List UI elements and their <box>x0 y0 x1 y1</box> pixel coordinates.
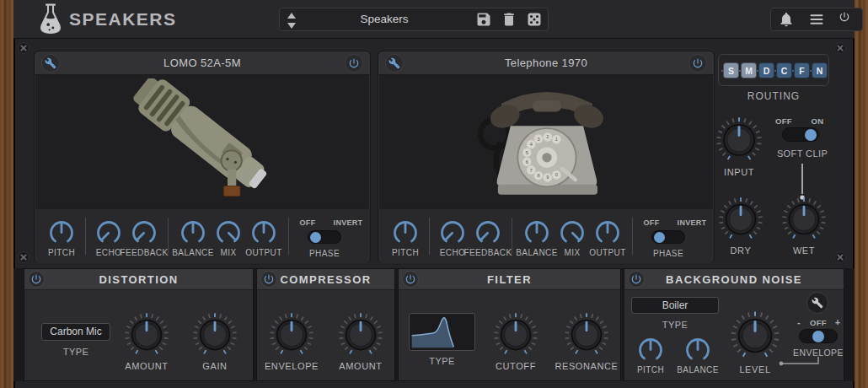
routing-button-f[interactable]: F <box>794 62 810 78</box>
noise-pitch-knob[interactable] <box>637 337 664 364</box>
telephone-image: 1 2 3 4 5 6 7 8 9 0 <box>379 75 713 208</box>
compressor-envelope-knob[interactable] <box>268 311 315 358</box>
soft-clip-toggle[interactable] <box>782 127 819 142</box>
speakers-plugin-window: SPEAKERS Speakers <box>0 0 868 388</box>
pitch-label: PITCH <box>392 248 419 257</box>
filter-section: FILTER TYPE CUTOFF <box>398 268 621 381</box>
bypass-power-button[interactable] <box>839 11 855 28</box>
svg-text:9: 9 <box>546 175 549 180</box>
distortion-type-select[interactable]: Carbon Mic <box>41 323 110 341</box>
distortion-gain-knob[interactable] <box>191 311 238 358</box>
output-knob[interactable] <box>594 219 621 246</box>
wet-knob[interactable] <box>780 196 828 243</box>
noise-balance-knob[interactable] <box>684 337 711 364</box>
envelope-knob-group: ENVELOPE <box>258 311 325 371</box>
noise-pitch-label: PITCH <box>637 365 664 375</box>
routing-button-m[interactable]: M <box>741 62 757 78</box>
compressor-amount-knob[interactable] <box>337 311 384 358</box>
module-power-button[interactable] <box>345 54 363 73</box>
routing-button-s[interactable]: S <box>723 62 739 78</box>
module-settings-wrench-button[interactable] <box>385 54 404 73</box>
random-preset-dice-button[interactable] <box>526 11 543 28</box>
input-knob-group: INPUT <box>705 116 773 177</box>
module-controls: PITCH ECHO FEEDBACK BALANCE MIX <box>35 208 370 263</box>
cutoff-knob-group: CUTOFF <box>482 311 549 371</box>
section-header: DISTORTION <box>24 269 253 290</box>
module-title[interactable]: Telephone 1970 <box>412 51 680 75</box>
feedback-knob[interactable] <box>131 219 158 246</box>
pitch-label: PITCH <box>48 248 75 257</box>
distortion-section: DISTORTION Carbon Mic TYPE AMOUNT <box>24 268 254 381</box>
resonance-knob-group: RESONANCE <box>553 311 620 371</box>
routing-selector: S M D C F N <box>718 54 829 86</box>
effects-row: DISTORTION Carbon Mic TYPE AMOUNT <box>13 268 855 381</box>
dry-knob-group: DRY <box>707 196 774 256</box>
distortion-amount-label: AMOUNT <box>125 361 168 371</box>
noise-power-button[interactable] <box>628 271 645 288</box>
distortion-power-button[interactable] <box>28 271 45 288</box>
phase-off-label: OFF <box>636 218 667 227</box>
noise-level-knob[interactable] <box>729 310 781 362</box>
envelope-plus-label: + <box>832 317 844 327</box>
module-header: Telephone 1970 <box>378 51 714 75</box>
mix-label: MIX <box>565 248 581 257</box>
phase-label: PHASE <box>635 249 702 258</box>
noise-type-label: TYPE <box>631 320 719 330</box>
filter-type-label: TYPE <box>409 356 475 366</box>
input-knob[interactable] <box>715 116 764 164</box>
svg-text:5: 5 <box>526 150 528 155</box>
module-controls: PITCH ECHO FEEDBACK BALANCE MIX <box>378 208 714 263</box>
module-settings-wrench-button[interactable] <box>41 54 60 73</box>
compressor-section: COMPRESSOR ENVELOPE <box>256 268 395 381</box>
preset-name[interactable]: Speakers <box>313 8 455 30</box>
noise-type-select[interactable]: Boiler <box>631 297 719 314</box>
phase-invert-label: INVERT <box>672 218 712 227</box>
save-preset-button[interactable] <box>475 11 492 28</box>
input-label: INPUT <box>724 167 754 177</box>
level-envelope-connector <box>779 353 829 367</box>
dry-label: DRY <box>731 245 752 256</box>
output-label: OUTPUT <box>589 248 626 257</box>
module-title[interactable]: LOMO 52A-5M <box>68 51 336 75</box>
preset-previous-button[interactable] <box>286 11 297 19</box>
envelope-toggle[interactable] <box>799 329 838 343</box>
phase-label: PHASE <box>291 249 358 258</box>
preset-next-button[interactable] <box>286 21 297 30</box>
phase-invert-label: INVERT <box>328 218 368 227</box>
output-knob[interactable] <box>250 219 277 246</box>
noise-settings-wrench-button[interactable] <box>806 292 828 314</box>
wet-label: WET <box>793 245 815 256</box>
phase-toggle[interactable] <box>651 230 685 244</box>
pitch-knob[interactable] <box>392 219 419 246</box>
feedback-knob[interactable] <box>474 219 501 246</box>
flask-logo-icon <box>36 3 65 35</box>
compressor-power-button[interactable] <box>260 271 277 288</box>
dry-knob[interactable] <box>717 196 764 243</box>
distortion-title: DISTORTION <box>46 269 231 290</box>
routing-button-n[interactable]: N <box>812 62 828 78</box>
filter-power-button[interactable] <box>402 271 419 288</box>
delete-preset-button[interactable] <box>501 11 517 28</box>
screw-icon <box>18 42 29 54</box>
screw-icon <box>18 251 29 263</box>
routing-button-c[interactable]: C <box>776 62 792 78</box>
section-header: FILTER <box>399 269 620 290</box>
phase-toggle[interactable] <box>308 230 341 244</box>
notifications-bell-button[interactable] <box>778 11 795 28</box>
filter-cutoff-knob[interactable] <box>492 311 539 358</box>
screw-icon <box>834 42 846 54</box>
menu-button[interactable] <box>808 11 825 28</box>
svg-text:2: 2 <box>546 134 549 139</box>
filter-type-graph[interactable] <box>409 313 475 351</box>
pitch-knob[interactable] <box>48 219 75 246</box>
microphone-image <box>35 75 369 208</box>
module-power-button[interactable] <box>689 54 707 73</box>
filter-cutoff-label: CUTOFF <box>496 361 536 371</box>
routing-button-d[interactable]: D <box>758 62 774 78</box>
filter-title: FILTER <box>421 269 598 290</box>
phase-off-label: OFF <box>292 218 323 227</box>
distortion-amount-knob[interactable] <box>123 311 170 358</box>
routing-label: ROUTING <box>718 90 829 102</box>
filter-resonance-knob[interactable] <box>563 311 610 358</box>
distortion-type-label: TYPE <box>41 347 110 357</box>
